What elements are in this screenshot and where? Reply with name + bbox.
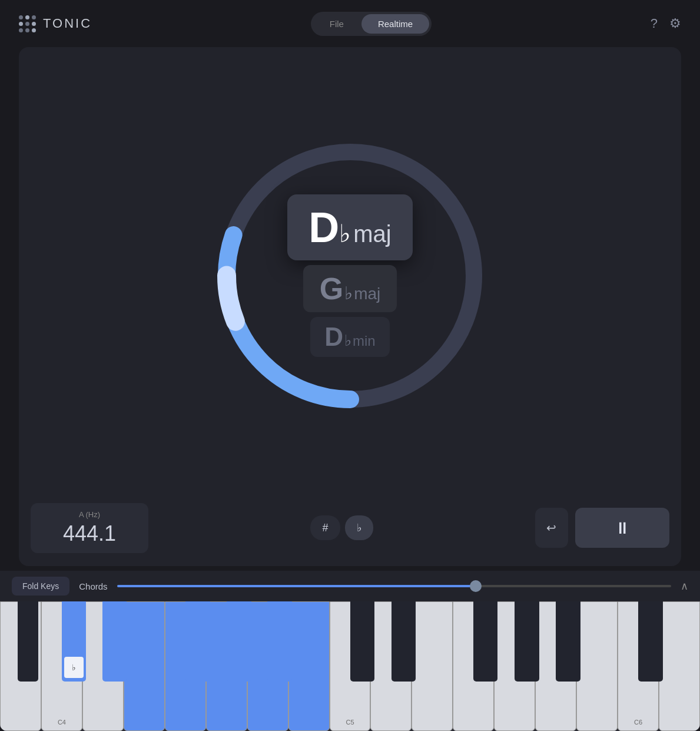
settings-icon[interactable]: ⚙ [669, 16, 681, 31]
secondary-chord-card: G ♭ maj [303, 265, 397, 312]
tertiary-chord-card: D ♭ min [310, 317, 389, 357]
mode-nav: File Realtime [311, 12, 432, 36]
logo-dot [19, 28, 23, 32]
c6-label: C6 [634, 719, 642, 726]
topbar-actions: ? ⚙ [651, 16, 681, 31]
c5-label: C5 [346, 719, 354, 726]
secondary-chord-flat: ♭ [344, 283, 353, 303]
chevron-up-button[interactable]: ∧ [681, 580, 688, 593]
volume-slider[interactable] [117, 585, 671, 587]
black-key-db4[interactable]: ♭ [62, 601, 87, 682]
app-logo: TONIC [19, 15, 92, 32]
black-key-gb5[interactable] [473, 601, 498, 682]
volume-control [117, 585, 671, 587]
chords-label: Chords [79, 581, 107, 591]
logo-dot [32, 15, 36, 19]
realtime-nav-button[interactable]: Realtime [361, 14, 429, 34]
secondary-chord-quality: maj [354, 285, 380, 303]
primary-chord-flat: ♭ [339, 219, 351, 248]
hz-value: 444.1 [45, 521, 134, 546]
flat-button[interactable]: ♭ [345, 515, 373, 540]
chord-wheel: D ♭ maj G ♭ maj D ♭ min [203, 128, 497, 423]
white-key-d6[interactable] [659, 601, 700, 731]
piano-keyboard: C4 C5 C6 [0, 601, 700, 731]
white-key-b5[interactable] [576, 601, 618, 731]
accidental-buttons: # ♭ [310, 515, 373, 540]
db4-marker: ♭ [64, 657, 84, 678]
black-key-ab5[interactable] [515, 601, 539, 682]
sharp-button[interactable]: # [310, 515, 340, 540]
black-key-gb4[interactable] [185, 601, 210, 682]
fold-keys-button[interactable]: Fold Keys [12, 577, 69, 596]
tertiary-chord-note: D [324, 324, 343, 350]
logo-dot [25, 15, 29, 19]
white-key-e4[interactable] [124, 601, 165, 731]
chord-cards: D ♭ maj G ♭ maj D ♭ min [287, 194, 412, 357]
white-key-b4[interactable] [288, 601, 330, 731]
tertiary-chord-quality: min [353, 333, 376, 349]
logo-dot [25, 28, 29, 32]
logo-dot [32, 22, 36, 26]
black-key-bb4[interactable] [267, 601, 292, 682]
black-key-bb5[interactable] [556, 601, 580, 682]
rewind-button[interactable]: ↩ [535, 508, 568, 548]
bottom-controls: A (Hz) 444.1 # ♭ ↩ ⏸ [31, 501, 669, 554]
white-key-e5[interactable] [412, 601, 453, 731]
playback-controls: ↩ ⏸ [535, 508, 669, 548]
logo-dot [19, 15, 23, 19]
help-icon[interactable]: ? [651, 16, 658, 31]
hz-display: A (Hz) 444.1 [31, 503, 148, 553]
c4-label: C4 [58, 719, 66, 726]
primary-chord-card: D ♭ maj [287, 194, 412, 260]
black-key-ab4[interactable] [227, 601, 251, 682]
circle-visualizer: D ♭ maj G ♭ maj D ♭ min [31, 59, 669, 492]
file-nav-button[interactable]: File [313, 14, 360, 34]
logo-dot [32, 28, 36, 32]
topbar: TONIC File Realtime ? ⚙ [0, 0, 700, 47]
logo-dot [19, 22, 23, 26]
keyboard-section: Fold Keys Chords ∧ C4 [0, 571, 700, 731]
black-key-eb4[interactable] [102, 601, 127, 682]
secondary-chord-note: G [320, 273, 343, 304]
primary-chord-quality: maj [353, 221, 391, 247]
black-key-eb5[interactable] [392, 601, 416, 682]
logo-icon [19, 15, 36, 32]
black-key-db5[interactable] [350, 601, 375, 682]
hz-label: A (Hz) [45, 510, 134, 519]
main-content: D ♭ maj G ♭ maj D ♭ min A (Hz) 444 [19, 47, 681, 566]
app-title: TONIC [43, 16, 92, 31]
black-key-bb3[interactable] [18, 601, 39, 682]
tertiary-chord-flat: ♭ [344, 332, 351, 350]
black-key-db6[interactable] [638, 601, 663, 682]
logo-dot [25, 22, 29, 26]
pause-button[interactable]: ⏸ [575, 508, 669, 548]
keyboard-toolbar: Fold Keys Chords ∧ [0, 571, 700, 601]
piano-keys-container: C4 C5 C6 [0, 601, 700, 731]
primary-chord-note: D [308, 206, 339, 249]
